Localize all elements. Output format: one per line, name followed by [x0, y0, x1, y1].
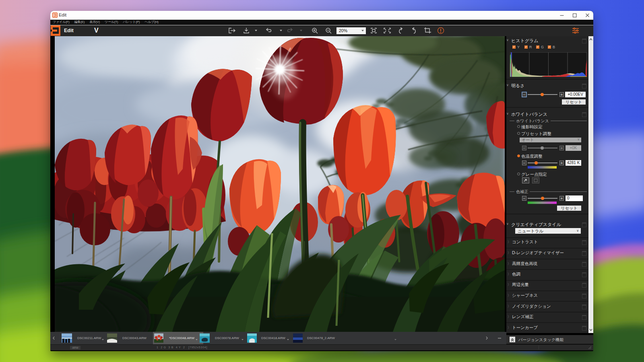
svg-text:DSC00043.ARW: DSC00043.ARW: [122, 336, 147, 340]
svg-text:DSC00211.ARW: DSC00211.ARW: [77, 336, 101, 340]
svg-text:*DSC00048.ARW: *DSC00048.ARW: [169, 336, 194, 340]
svg-text:DSC00478_2.ARW: DSC00478_2.ARW: [307, 336, 335, 340]
svg-text:DSC00418.ARW: DSC00418.ARW: [261, 336, 285, 340]
svg-text:V: V: [94, 27, 99, 34]
svg-text:Edit: Edit: [64, 28, 74, 33]
svg-text:20%: 20%: [339, 28, 347, 33]
svg-text:DSC00078.ARW: DSC00078.ARW: [215, 336, 239, 340]
